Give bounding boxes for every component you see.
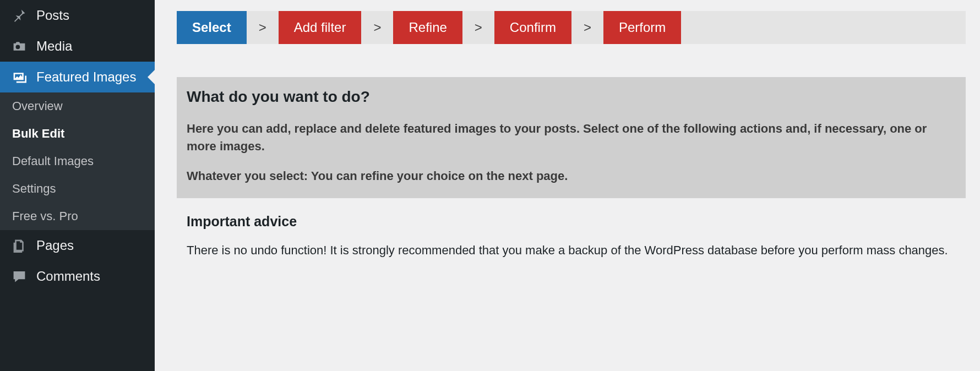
step-perform[interactable]: Perform xyxy=(603,11,681,44)
comment-icon xyxy=(10,269,29,283)
process-steps: Select > Add filter > Refine > Confirm >… xyxy=(177,11,966,44)
step-separator: > xyxy=(361,11,393,44)
step-confirm[interactable]: Confirm xyxy=(494,11,571,44)
submenu-item-settings[interactable]: Settings xyxy=(0,175,155,203)
submenu-item-default-images[interactable]: Default Images xyxy=(0,148,155,175)
main-content: Select > Add filter > Refine > Confirm >… xyxy=(155,0,980,371)
step-separator: > xyxy=(247,11,279,44)
step-refine[interactable]: Refine xyxy=(393,11,462,44)
camera-icon xyxy=(10,39,29,53)
step-select[interactable]: Select xyxy=(177,11,247,44)
step-add-filter[interactable]: Add filter xyxy=(279,11,362,44)
sidebar-item-label: Media xyxy=(36,39,72,54)
intro-panel: What do you want to do? Here you can add… xyxy=(177,77,966,198)
advice-heading: Important advice xyxy=(177,214,966,230)
sidebar-item-label: Comments xyxy=(36,269,100,284)
sidebar-item-label: Pages xyxy=(36,238,74,253)
intro-heading: What do you want to do? xyxy=(187,88,956,106)
pin-icon xyxy=(10,8,29,23)
submenu-item-overview[interactable]: Overview xyxy=(0,92,155,120)
sidebar-item-comments[interactable]: Comments xyxy=(0,261,155,292)
advice-section: Important advice There is no undo functi… xyxy=(177,214,966,259)
submenu-item-free-vs-pro[interactable]: Free vs. Pro xyxy=(0,203,155,230)
images-icon xyxy=(10,70,29,84)
sidebar-item-label: Posts xyxy=(36,8,69,23)
intro-paragraph-1: Here you can add, replace and delete fea… xyxy=(187,120,956,155)
sidebar-item-posts[interactable]: Posts xyxy=(0,0,155,31)
sidebar-item-pages[interactable]: Pages xyxy=(0,230,155,261)
submenu-item-bulk-edit[interactable]: Bulk Edit xyxy=(0,120,155,148)
step-separator: > xyxy=(571,11,603,44)
advice-body: There is no undo function! It is strongl… xyxy=(177,242,966,259)
sidebar-submenu: Overview Bulk Edit Default Images Settin… xyxy=(0,92,155,230)
pages-icon xyxy=(10,238,29,253)
sidebar-item-media[interactable]: Media xyxy=(0,31,155,62)
sidebar-item-label: Featured Images xyxy=(36,69,136,85)
step-separator: > xyxy=(462,11,494,44)
intro-paragraph-2: Whatever you select: You can refine your… xyxy=(187,167,956,185)
sidebar-item-featured-images[interactable]: Featured Images xyxy=(0,62,155,92)
admin-sidebar: Posts Media Featured Images Overview Bul… xyxy=(0,0,155,371)
